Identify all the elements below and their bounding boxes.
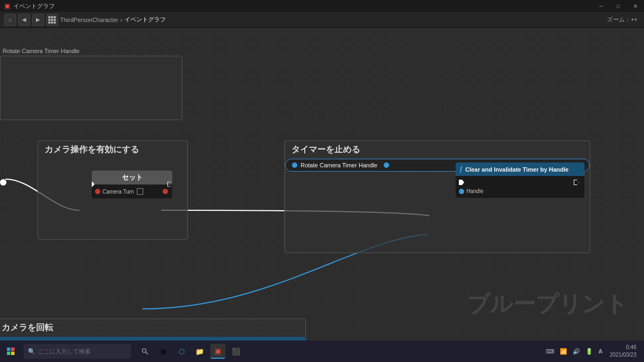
- blueprint-canvas[interactable]: Rotate Camera Timer Handle カメラ操作を有効にする セ…: [0, 28, 644, 362]
- system-tray: ⌨ 📶 🔊 🔋 A 0:46 2021/03/23: [540, 341, 644, 362]
- date-display: 2021/03/23: [610, 351, 636, 359]
- window-controls: ─ □ ✕: [592, 0, 644, 12]
- windows-logo-icon: [7, 348, 14, 355]
- ue-icon: ▣: [4, 2, 10, 10]
- zoom-label: ズーム：++: [607, 16, 638, 24]
- group-rotate-title: カメラを回転: [0, 319, 305, 337]
- clear-timer-exec-row: [456, 178, 584, 187]
- taskbar-icon-search[interactable]: [137, 344, 152, 359]
- breadcrumb-separator: ›: [120, 17, 122, 23]
- handle-pin[interactable]: [459, 189, 464, 194]
- svg-point-4: [142, 349, 146, 352]
- search-bar[interactable]: 🔍: [24, 344, 131, 359]
- grid-icon: [48, 16, 56, 24]
- title-bar: ▣ イベントグラフ ─ □ ✕: [0, 0, 644, 12]
- tray-keyboard-icon[interactable]: ⌨: [544, 347, 556, 356]
- taskbar-icon-folder[interactable]: 📁: [192, 344, 207, 359]
- camera-turn-out-pin[interactable]: [163, 189, 168, 194]
- blueprint-watermark: ブループリント: [467, 289, 628, 319]
- svg-rect-0: [7, 348, 10, 351]
- close-button[interactable]: ✕: [627, 0, 644, 12]
- taskbar-icon-app[interactable]: ⬛: [229, 344, 244, 359]
- home-button[interactable]: ⌂: [4, 14, 16, 26]
- taskbar-icons: ⊞ ⬡ 📁 ▣ ⬛: [137, 344, 244, 359]
- svg-rect-3: [11, 352, 14, 355]
- entry-point-dot: [0, 179, 6, 186]
- minimize-button[interactable]: ─: [592, 0, 610, 12]
- variable-out-pin[interactable]: [384, 162, 389, 168]
- camera-turn-checkbox[interactable]: [137, 188, 143, 195]
- group-top-left: Rotate Camera Timer Handle: [0, 56, 182, 120]
- set-node-header: セット: [92, 171, 172, 184]
- func-icon: f: [460, 165, 462, 173]
- camera-turn-pin[interactable]: [95, 189, 100, 194]
- clear-timer-header: f Clear and Invalidate Timer by Handle: [456, 162, 584, 176]
- svg-line-5: [145, 352, 148, 354]
- clear-timer-handle-row: Handle: [456, 187, 584, 196]
- start-button[interactable]: [0, 341, 21, 362]
- set-node-label: セット: [96, 173, 168, 182]
- tray-network-icon[interactable]: 📶: [558, 347, 569, 356]
- tray-a-icon[interactable]: A: [597, 347, 604, 356]
- group-timer: タイマーを止める f Clear and Invalidate Timer by…: [284, 141, 590, 253]
- svg-rect-1: [11, 348, 14, 351]
- search-taskbar-icon: [141, 348, 149, 355]
- time-display: 0:46: [610, 344, 636, 351]
- group-camera-title: カメラ操作を有効にする: [38, 141, 187, 159]
- taskbar-icon-edge[interactable]: ⬡: [174, 344, 189, 359]
- taskbar: 🔍 ⊞ ⬡ 📁 ▣ ⬛ ⌨ 📶 🔊 🔋 A 0:46 2021/03/23: [0, 341, 644, 362]
- forward-button[interactable]: ▶: [32, 14, 44, 26]
- grid-view-button[interactable]: [46, 14, 58, 26]
- group-timer-title: タイマーを止める: [285, 141, 590, 159]
- set-node-exec-out-pin[interactable]: [167, 182, 172, 187]
- set-node-exec-in-pin[interactable]: [92, 182, 94, 187]
- search-input[interactable]: [38, 348, 123, 354]
- clear-timer-exec-in[interactable]: [459, 180, 464, 185]
- set-node-camera-turn-row: Camera Turn: [92, 187, 172, 196]
- back-button[interactable]: ◀: [18, 14, 30, 26]
- clear-timer-node[interactable]: f Clear and Invalidate Timer by Handle H…: [456, 162, 584, 198]
- variable-label: Rotate Camera Timer Handle: [301, 162, 377, 168]
- time-date-display[interactable]: 0:46 2021/03/23: [606, 343, 640, 360]
- handle-label: Handle: [466, 188, 484, 194]
- variable-dot: [292, 162, 297, 168]
- group-camera: カメラ操作を有効にする セット Camera Turn: [38, 141, 188, 240]
- breadcrumb-root[interactable]: ThirdPersonCharacter: [60, 17, 118, 23]
- search-icon: 🔍: [28, 348, 35, 355]
- maximize-button[interactable]: □: [610, 0, 627, 12]
- clear-timer-exec-out[interactable]: [574, 180, 579, 185]
- clear-timer-label: Clear and Invalidate Timer by Handle: [465, 166, 568, 173]
- clear-timer-body: Handle: [456, 176, 584, 198]
- taskbar-icon-widgets[interactable]: ⊞: [156, 344, 171, 359]
- tray-volume-icon[interactable]: 🔊: [571, 347, 582, 356]
- taskbar-icon-ue[interactable]: ▣: [210, 344, 225, 359]
- toolbar: ⌂ ◀ ▶ ThirdPersonCharacter › イベントグラフ ズーム…: [0, 12, 644, 28]
- set-node-body: Camera Turn: [92, 184, 172, 198]
- group-top-left-title: Rotate Camera Timer Handle: [3, 48, 79, 54]
- breadcrumb-current: イベントグラフ: [125, 16, 166, 24]
- window-title: イベントグラフ: [13, 2, 55, 10]
- breadcrumb: ThirdPersonCharacter › イベントグラフ: [60, 16, 166, 24]
- svg-rect-2: [7, 352, 10, 355]
- tray-battery-icon[interactable]: 🔋: [584, 347, 595, 356]
- set-node[interactable]: セット Camera Turn: [92, 171, 172, 198]
- camera-turn-label: Camera Turn: [103, 189, 134, 195]
